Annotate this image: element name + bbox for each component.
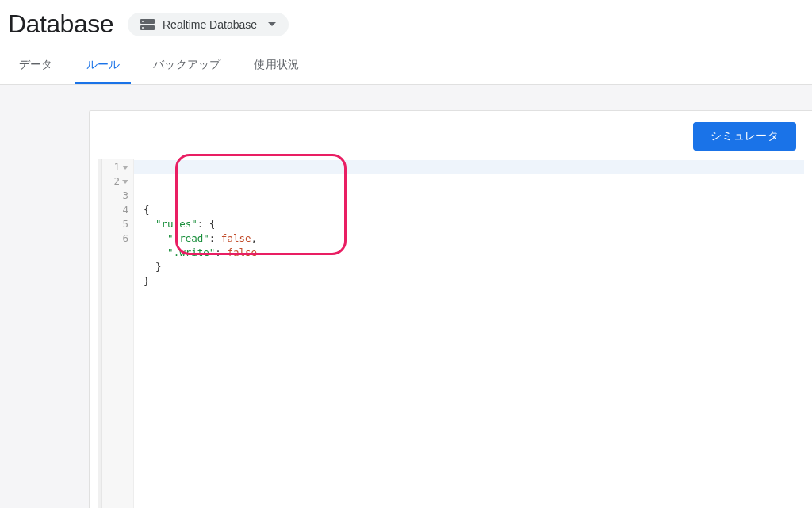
active-line-highlight: [134, 160, 804, 174]
chevron-down-icon: [268, 22, 276, 26]
simulator-button[interactable]: シミュレータ: [693, 122, 796, 151]
page-title: Database: [8, 10, 113, 39]
tab-rules[interactable]: ルール: [75, 50, 132, 84]
database-icon: [140, 19, 155, 30]
database-selector-label: Realtime Database: [163, 18, 257, 31]
tab-backup[interactable]: バックアップ: [142, 50, 232, 84]
tabs-bar: データ ルール バックアップ 使用状況: [0, 39, 812, 85]
tab-data[interactable]: データ: [8, 50, 64, 84]
tab-usage[interactable]: 使用状況: [243, 50, 310, 84]
code-area[interactable]: { "rules": { ".read": false, ".write": f…: [134, 159, 804, 508]
svg-point-2: [142, 21, 144, 22]
rules-editor[interactable]: 1 2 3 4 5 6 { "rules": { ".read": false,…: [98, 159, 804, 508]
database-selector-dropdown[interactable]: Realtime Database: [128, 13, 289, 36]
svg-point-3: [142, 27, 144, 29]
rules-card: シミュレータ 1 2 3 4 5 6 { "rules": { ".read":…: [89, 110, 812, 508]
line-number-gutter: 1 2 3 4 5 6: [102, 159, 134, 508]
